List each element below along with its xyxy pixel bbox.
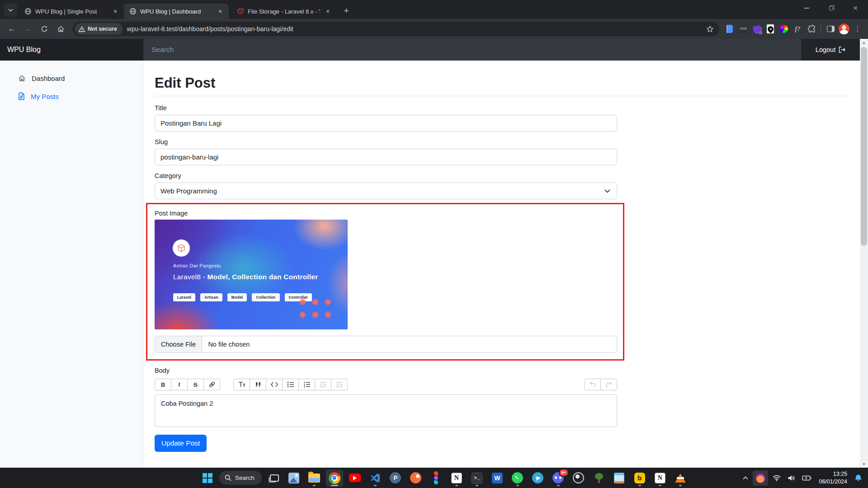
bookmark-star-button[interactable] [706, 25, 714, 33]
new-tab-button[interactable]: + [340, 5, 353, 17]
tray-overflow-button[interactable] [741, 470, 750, 486]
slug-input[interactable] [155, 149, 617, 165]
number-list-button[interactable] [298, 379, 315, 390]
tab-dashboard-active[interactable]: WPU Blog | Dashboard × [124, 4, 229, 19]
search-input[interactable] [151, 46, 332, 54]
side-panel-button[interactable] [825, 23, 836, 35]
undo-icon [589, 382, 596, 388]
code-button[interactable] [266, 379, 283, 390]
page-scrollbar[interactable]: ▲ ▼ [860, 39, 868, 468]
extension-ip-locator-button[interactable]: IP [764, 23, 776, 35]
strikethrough-button[interactable]: S [187, 379, 204, 390]
word-button[interactable]: W [489, 469, 506, 487]
vlc-button[interactable] [672, 469, 689, 487]
obs-button[interactable] [570, 469, 587, 487]
chrome-button[interactable] [326, 469, 343, 487]
file-explorer-button[interactable] [306, 469, 323, 487]
terminal-button[interactable]: >_ [468, 469, 486, 487]
tab-single-post[interactable]: WPU Blog | Single Post × [19, 4, 124, 19]
home-icon [18, 75, 26, 82]
browser-menu-button[interactable]: ⋮ [852, 23, 863, 35]
home-button[interactable] [53, 22, 68, 36]
italic-button[interactable]: I [171, 379, 188, 390]
postman-button[interactable] [407, 469, 425, 487]
navbar-search [143, 39, 332, 61]
tab-laravel-docs[interactable]: File Storage - Laravel 8.x - The P × [231, 4, 336, 19]
notifications-button[interactable] [852, 470, 864, 486]
title-input[interactable] [155, 115, 617, 131]
extension-color-wheel-button[interactable] [778, 23, 790, 35]
outdent-button[interactable] [315, 379, 331, 390]
discord-button[interactable]: 9+ [550, 469, 567, 487]
whatfont-icon: f? [795, 25, 800, 33]
tab-close-icon[interactable]: × [216, 7, 224, 15]
battery-button[interactable] [800, 470, 814, 486]
page-title: Edit Post [155, 75, 849, 91]
quote-button[interactable] [250, 379, 266, 390]
wifi-icon [773, 475, 781, 481]
undo-button[interactable] [584, 379, 601, 390]
profile-avatar-button[interactable] [838, 23, 850, 35]
extension-purple-boxes-button[interactable] [751, 23, 763, 35]
photos-app-button[interactable] [285, 469, 302, 487]
bold-button[interactable]: B [155, 379, 171, 390]
vscode-button[interactable] [367, 469, 384, 487]
indent-button[interactable] [331, 379, 348, 390]
tree-app-button[interactable] [590, 469, 608, 487]
youtube-icon [349, 474, 361, 482]
tray-flame-app-button[interactable] [753, 470, 768, 486]
heading-button[interactable] [233, 379, 250, 390]
discord-notification-badge: 9+ [559, 469, 569, 477]
window-restore-button[interactable] [823, 2, 839, 14]
byellow-app-button[interactable]: b [631, 469, 648, 487]
figma-button[interactable] [428, 469, 445, 487]
choose-file-button[interactable]: Choose File [155, 336, 202, 352]
youtube-button[interactable] [346, 469, 363, 487]
reload-button[interactable] [37, 22, 52, 36]
security-chip[interactable]: Not secure [75, 23, 123, 35]
link-button[interactable] [203, 379, 220, 390]
scroll-up-arrow[interactable]: ▲ [860, 39, 868, 46]
window-close-button[interactable]: ✕ [847, 2, 863, 14]
bullet-list-button[interactable] [282, 379, 299, 390]
chevron-down-icon [604, 189, 610, 193]
sidebar-item-dashboard[interactable]: Dashboard [0, 70, 143, 87]
url-text[interactable]: wpu-laravel-8.test/dashboard/posts/posti… [127, 25, 706, 33]
redo-button[interactable] [600, 379, 617, 390]
update-post-button[interactable]: Update Post [155, 435, 207, 452]
wifi-button[interactable] [770, 470, 783, 486]
category-select[interactable]: Web Programming [155, 183, 617, 199]
forward-button[interactable]: → [21, 22, 35, 36]
back-button[interactable]: ← [5, 22, 19, 36]
body-editor[interactable]: Coba Postingan 2 [155, 394, 617, 427]
scroll-down-arrow[interactable]: ▼ [860, 460, 868, 468]
sidebar-item-my-posts[interactable]: My Posts [0, 87, 143, 105]
postgresql-button[interactable]: P [387, 469, 404, 487]
brand[interactable]: WPU Blog [0, 39, 143, 61]
whatsapp-icon [512, 472, 523, 483]
logout-button[interactable]: Logout [801, 39, 860, 61]
tab-search-button[interactable] [4, 3, 17, 17]
extension-docs-button[interactable] [724, 23, 736, 35]
extension-spy-button[interactable] [737, 23, 749, 35]
app-navbar: WPU Blog Logout [0, 39, 868, 61]
tab-close-icon[interactable]: × [111, 7, 119, 15]
tray-clock[interactable]: 13:25 06/01/2024 [816, 470, 850, 485]
telegram-button[interactable] [529, 469, 547, 487]
extension-whatfont-button[interactable]: f? [792, 23, 803, 35]
task-view-button[interactable] [265, 469, 282, 487]
window-minimize-button[interactable] [798, 2, 815, 14]
taskbar-search[interactable]: Search [219, 471, 262, 485]
scrollbar-thumb[interactable] [861, 47, 867, 246]
whatsapp-button[interactable] [509, 469, 526, 487]
extensions-menu-button[interactable] [805, 23, 817, 35]
tab-close-icon[interactable]: × [324, 7, 332, 15]
image-file-input[interactable]: Choose File No file chosen [155, 336, 617, 353]
address-bar[interactable]: Not secure wpu-laravel-8.test/dashboard/… [72, 22, 719, 36]
notepad-plus-button[interactable] [611, 469, 628, 487]
extension-badge [758, 30, 763, 35]
notion-second-button[interactable]: N [651, 469, 669, 487]
start-button[interactable] [199, 469, 216, 487]
notion-button[interactable]: N [448, 469, 465, 487]
volume-button[interactable] [785, 470, 797, 486]
